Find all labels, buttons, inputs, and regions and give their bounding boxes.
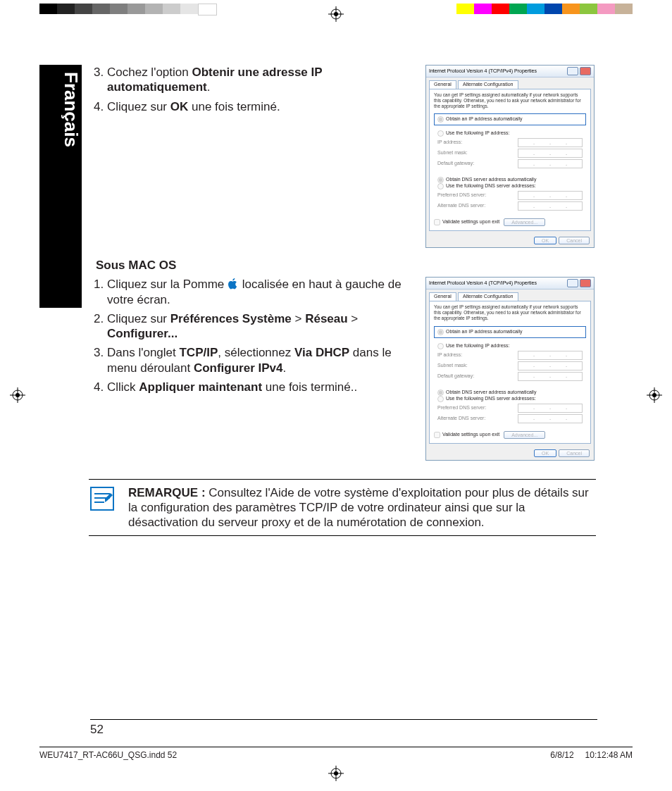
list-item: Dans l'onglet TCP/IP, sélectionnez Via D… <box>107 345 417 375</box>
steps-list-b: Cliquez sur la Pomme localisée en haut à… <box>89 277 417 394</box>
apple-icon <box>228 278 239 290</box>
list-item: Cochez l'option Obtenir une adresse IP a… <box>107 65 417 95</box>
remark-text: REMARQUE : Consultez l'Aide de votre sys… <box>128 485 596 530</box>
list-item: Cllick Appliquer maintenant une fois ter… <box>107 380 417 394</box>
registration-mark-icon <box>10 387 25 403</box>
screenshot-dialog: Internet Protocol Version 4 (TCP/IPv4) P… <box>425 277 598 460</box>
list-item: Cliquez sur OK une fois terminé. <box>107 99 417 114</box>
footer-date: 6/8/12 <box>550 750 573 760</box>
list-item: Cliquez sur la Pomme localisée en haut à… <box>107 277 417 307</box>
registration-mark-icon <box>328 766 344 781</box>
footer-time: 10:12:48 AM <box>585 750 633 760</box>
remark-box: REMARQUE : Consultez l'Aide de votre sys… <box>89 479 596 537</box>
page-number: 52 <box>90 719 597 737</box>
screenshot-dialog: Internet Protocol Version 4 (TCP/IPv4) P… <box>425 65 598 248</box>
page-content: Cochez l'option Obtenir une adresse IP a… <box>89 65 598 536</box>
footer: WEU7417_RT-AC66U_QSG.indd 52 6/8/12 10:1… <box>39 747 633 760</box>
registration-mark-icon <box>647 387 662 403</box>
steps-list-a: Cochez l'option Obtenir une adresse IP a… <box>89 65 417 114</box>
subheading: Sous MAC OS <box>96 258 598 273</box>
registration-mark-icon <box>328 6 344 22</box>
footer-file: WEU7417_RT-AC66U_QSG.indd 52 <box>39 750 177 760</box>
note-icon <box>89 485 116 530</box>
list-item: Cliquez sur Préférences Système > Réseau… <box>107 311 417 342</box>
language-tab: Français <box>39 65 82 308</box>
